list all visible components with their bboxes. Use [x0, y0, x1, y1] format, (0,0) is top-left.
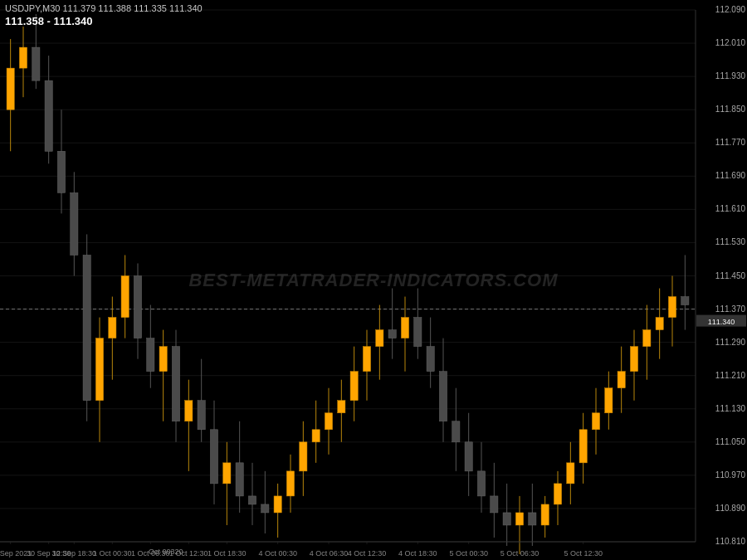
chart-container: BEST-METATRADER-INDICATORS.COM USDJPY,M3…: [0, 0, 747, 560]
